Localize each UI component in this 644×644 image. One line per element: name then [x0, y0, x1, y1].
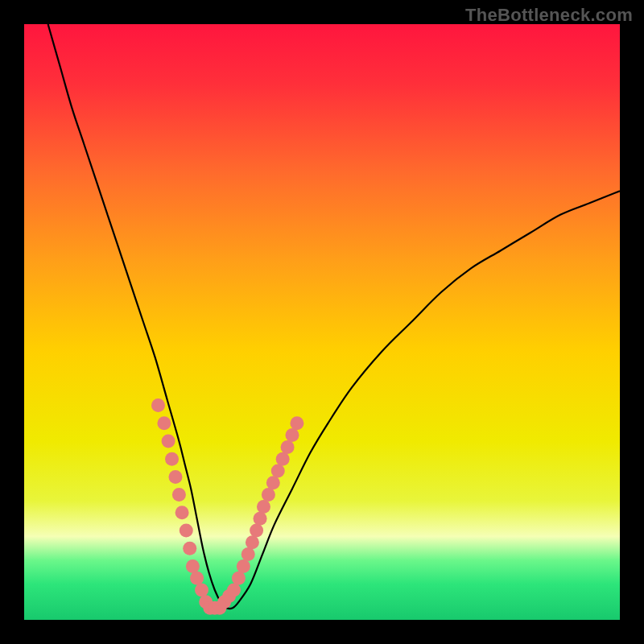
marker-point: [162, 435, 175, 448]
marker-point: [157, 416, 171, 430]
marker-point: [172, 488, 186, 502]
marker-point: [290, 416, 303, 430]
marker-point: [180, 524, 193, 538]
marker-point: [246, 535, 259, 549]
marker-point: [281, 440, 295, 454]
marker-point: [262, 488, 275, 502]
marker-point: [250, 524, 263, 538]
marker-point: [257, 500, 270, 514]
marker-point: [254, 512, 267, 526]
marker-point: [186, 559, 200, 573]
marker-point: [237, 559, 250, 573]
marker-point: [242, 547, 255, 561]
marker-point: [266, 476, 280, 489]
watermark-text: TheBottleneck.com: [465, 5, 633, 26]
marker-point: [175, 506, 189, 519]
marker-point: [227, 584, 241, 597]
marker-point: [286, 428, 299, 442]
marker-point: [276, 452, 290, 466]
chart-frame: TheBottleneck.com: [0, 0, 644, 644]
bottleneck-curve: [48, 24, 620, 609]
marker-point: [232, 572, 246, 585]
marker-point: [190, 572, 204, 585]
marker-point: [168, 470, 182, 484]
curve-layer: [24, 24, 620, 620]
marker-group: [151, 398, 303, 615]
marker-point: [151, 398, 165, 412]
marker-point: [183, 542, 196, 555]
marker-point: [165, 452, 179, 466]
marker-point: [271, 464, 285, 478]
marker-point: [195, 584, 208, 597]
plot-area: [24, 24, 620, 620]
